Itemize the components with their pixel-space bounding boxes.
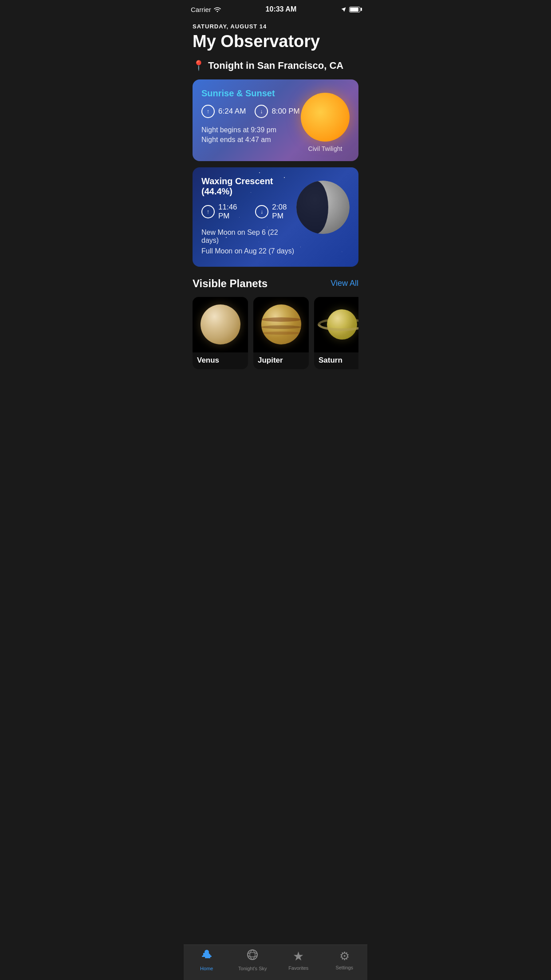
moonrise-time: 11:46 PM [218,203,246,221]
night-begins: Night begins at 9:39 pm [201,126,301,134]
location-text: Tonight in San Francisco, CA [208,60,343,71]
status-bar: Carrier 10:33 AM [184,0,367,15]
carrier-label: Carrier [191,6,211,13]
sun-visual-col: Civil Twilight [301,88,350,152]
moon-phase-title: Waxing Crescent (44.4%) [201,176,296,197]
carrier-wifi: Carrier [191,6,221,13]
location-arrow-icon [341,6,346,13]
planet-card-saturn[interactable]: Saturn [314,297,358,369]
moonrise-icon: ↑ [201,205,215,218]
main-content: SATURDAY, AUGUST 14 My Observatory 📍 Ton… [184,15,367,417]
view-all-button[interactable]: View All [331,279,358,288]
new-moon-info: New Moon on Sep 6 (22 days) [201,229,296,245]
planets-section-title: Visible Planets [193,277,268,290]
saturn-name: Saturn [314,352,358,369]
jupiter-planet [261,304,301,344]
sunrise-card-title: Sunrise & Sunset [201,88,301,99]
sun-circle [301,93,350,142]
sunset-icon: ↓ [255,105,268,118]
moonset-time: 2:08 PM [272,203,296,221]
moon-card-content: Waxing Crescent (44.4%) ↑ 11:46 PM ↓ 2:0… [201,176,296,258]
sunrise-time: 6:24 AM [218,107,246,116]
sunset-time-item: ↓ 8:00 PM [255,105,299,118]
moon-times-row: ↑ 11:46 PM ↓ 2:08 PM [201,203,296,221]
jupiter-image [253,297,309,352]
civil-twilight-label: Civil Twilight [308,145,342,152]
sun-times-row: ↑ 6:24 AM ↓ 8:00 PM [201,105,301,118]
sunrise-icon: ↑ [201,105,215,118]
status-right-icons [341,6,360,13]
sunrise-time-item: ↑ 6:24 AM [201,105,246,118]
venus-image [193,297,248,352]
pin-icon: 📍 [193,60,205,71]
page-title: My Observatory [193,32,358,51]
moon-card[interactable]: Waxing Crescent (44.4%) ↑ 11:46 PM ↓ 2:0… [193,167,358,267]
planets-row: Venus Jupiter [193,297,358,373]
date-label: SATURDAY, AUGUST 14 [193,23,358,30]
venus-name: Venus [193,352,248,369]
planets-section-header: Visible Planets View All [193,277,358,290]
night-ends: Night ends at 4:47 am [201,136,301,144]
moonset-time-item: ↓ 2:08 PM [255,203,296,221]
saturn-image [314,297,358,352]
moonset-icon: ↓ [255,205,268,218]
moon-visual [296,181,350,234]
battery-icon [349,7,360,12]
jupiter-name: Jupiter [253,352,309,369]
sunset-time: 8:00 PM [272,107,299,116]
planet-card-venus[interactable]: Venus [193,297,248,369]
moonrise-time-item: ↑ 11:46 PM [201,203,246,221]
svg-point-0 [216,11,218,12]
venus-planet [201,304,240,344]
moon-shadow [296,181,328,234]
planet-card-jupiter[interactable]: Jupiter [253,297,309,369]
status-time: 10:33 AM [266,5,297,13]
moon-info: New Moon on Sep 6 (22 days) Full Moon on… [201,229,296,255]
sunrise-sunset-card[interactable]: Sunrise & Sunset ↑ 6:24 AM ↓ 8:00 PM Nig… [193,79,358,161]
location-row: 📍 Tonight in San Francisco, CA [193,60,358,71]
saturn-container [314,297,358,352]
sunrise-card-content: Sunrise & Sunset ↑ 6:24 AM ↓ 8:00 PM Nig… [201,88,301,146]
wifi-icon [214,6,221,13]
night-info: Night begins at 9:39 pm Night ends at 4:… [201,126,301,144]
full-moon-info: Full Moon on Aug 22 (7 days) [201,247,296,255]
